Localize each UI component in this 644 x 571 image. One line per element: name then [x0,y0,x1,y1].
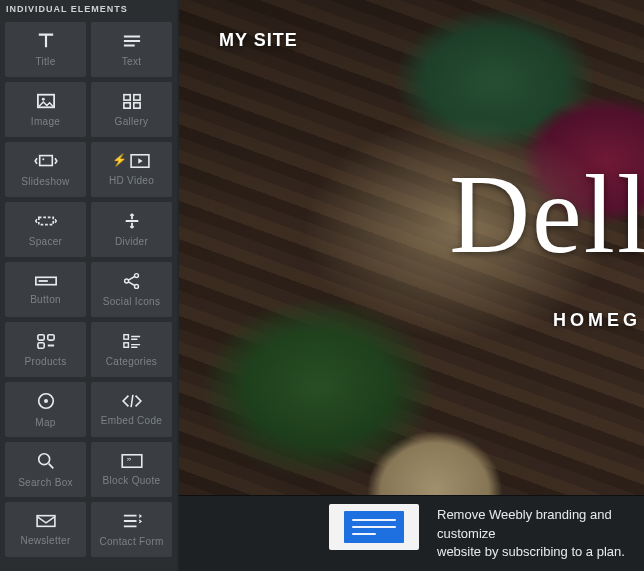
element-tile-products[interactable]: Products [5,322,86,377]
element-tile-contact-form[interactable]: Contact Form [91,502,172,557]
svg-rect-4 [123,103,129,108]
element-tile-gallery[interactable]: Gallery [91,82,172,137]
svg-point-13 [134,274,138,278]
svg-rect-6 [39,156,52,166]
svg-rect-25 [37,516,55,527]
element-tile-title[interactable]: Title [5,22,86,77]
hero-headline[interactable]: Dell [449,158,644,270]
contact-form-icon [121,512,143,530]
hd-video-icon: ⚡ [112,153,151,169]
social-icons-icon [122,272,142,290]
svg-point-12 [124,279,128,283]
svg-rect-5 [133,103,139,108]
search-box-icon [36,451,56,471]
element-tile-label: Button [30,294,61,305]
svg-rect-17 [37,343,43,348]
title-icon [35,32,57,50]
element-tile-label: Title [35,56,55,67]
block-quote-icon: ” [120,453,144,469]
element-tile-label: Slideshow [21,176,69,187]
element-tile-label: Spacer [29,236,63,247]
element-tile-label: Social Icons [103,296,161,307]
element-tile-label: Gallery [115,116,149,127]
svg-text:”: ” [126,456,130,467]
divider-icon [121,212,143,230]
categories-icon [121,332,143,350]
text-icon [121,32,143,50]
svg-point-7 [42,158,44,160]
element-tile-label: Divider [115,236,148,247]
element-tile-label: Block Quote [103,475,161,486]
element-tile-label: Contact Form [99,536,163,547]
app-root: INDIVIDUAL ELEMENTS Title Text [0,0,644,571]
element-tile-label: Image [31,116,60,127]
element-tile-hd-video[interactable]: ⚡ HD Video [91,142,172,197]
gallery-icon [121,92,143,110]
svg-rect-16 [47,335,53,340]
elements-sidebar: INDIVIDUAL ELEMENTS Title Text [0,0,179,571]
element-tile-button[interactable]: Button [5,262,86,317]
slideshow-icon [33,152,59,170]
svg-point-21 [44,399,48,403]
products-icon [35,332,57,350]
hero-subheadline[interactable]: HOMEG [553,310,641,331]
element-tile-label: Products [25,356,67,367]
element-tile-label: HD Video [109,175,154,186]
upgrade-banner-text: Remove Weebly branding and customize web… [437,506,628,561]
newsletter-icon [35,513,57,529]
upgrade-banner-line2: website by subscribing to a plan. [437,544,625,559]
svg-point-22 [38,454,49,465]
svg-rect-15 [37,335,43,340]
element-tile-label: Embed Code [101,415,162,426]
svg-point-1 [41,98,44,101]
svg-rect-11 [38,280,47,282]
editor-canvas[interactable]: MY SITE Dell HOMEG Remove Weebly brandin… [179,0,644,571]
svg-point-14 [134,284,138,288]
element-tile-search-box[interactable]: Search Box [5,442,86,497]
svg-rect-18 [123,335,128,340]
hero-background [179,0,644,571]
element-tile-label: Categories [106,356,157,367]
upgrade-banner-line1: Remove Weebly branding and customize [437,507,612,540]
svg-rect-3 [133,95,139,100]
element-tile-social-icons[interactable]: Social Icons [91,262,172,317]
svg-rect-23 [122,455,142,467]
bolt-icon: ⚡ [112,153,127,167]
sidebar-heading: INDIVIDUAL ELEMENTS [0,0,177,18]
element-tile-slideshow[interactable]: Slideshow [5,142,86,197]
element-tile-divider[interactable]: Divider [91,202,172,257]
elements-grid: Title Text Image [0,18,177,562]
element-tile-categories[interactable]: Categories [91,322,172,377]
image-icon [35,92,57,110]
embed-code-icon [120,393,144,409]
element-tile-embed-code[interactable]: Embed Code [91,382,172,437]
site-title[interactable]: MY SITE [219,30,298,51]
upgrade-banner[interactable]: Remove Weebly branding and customize web… [179,495,644,571]
element-tile-label: Newsletter [20,535,70,546]
svg-rect-2 [123,95,129,100]
element-tile-block-quote[interactable]: ” Block Quote [91,442,172,497]
map-icon [36,391,56,411]
element-tile-label: Map [35,417,55,428]
element-tile-label: Text [122,56,142,67]
spacer-icon [35,212,57,230]
element-tile-newsletter[interactable]: Newsletter [5,502,86,557]
elements-scroll[interactable]: Title Text Image [0,18,177,571]
element-tile-label: Search Box [18,477,73,488]
element-tile-text[interactable]: Text [91,22,172,77]
element-tile-spacer[interactable]: Spacer [5,202,86,257]
button-icon [34,274,58,288]
upgrade-banner-graphic [329,504,419,550]
svg-rect-9 [38,217,52,224]
element-tile-map[interactable]: Map [5,382,86,437]
svg-rect-19 [123,343,128,348]
element-tile-image[interactable]: Image [5,82,86,137]
